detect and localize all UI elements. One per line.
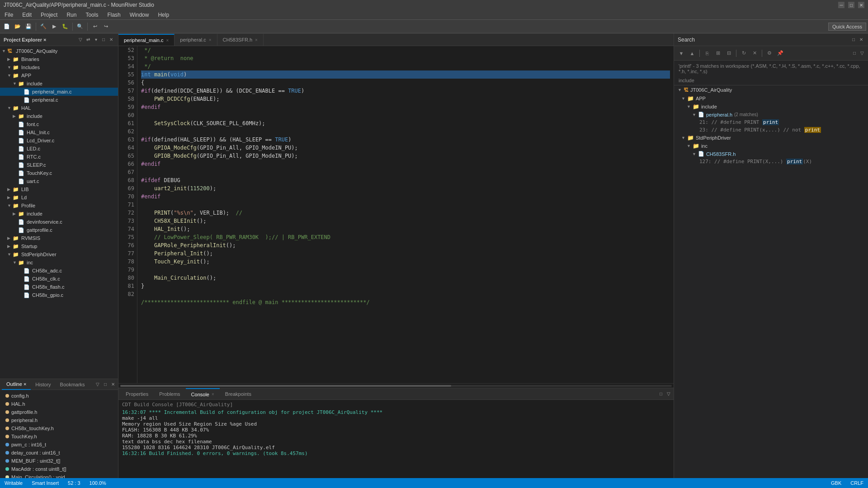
tree-ld[interactable]: ▶ 📁 Ld — [0, 193, 118, 202]
outline-pwm-c[interactable]: pwm_c : int16_t — [2, 441, 116, 449]
tree-app-include[interactable]: ▼ 📁 include — [0, 80, 118, 88]
tree-peripheral-main[interactable]: 📄 peripheral_main.c — [0, 88, 118, 96]
tab-properties[interactable]: Properties — [120, 388, 154, 400]
tree-stdperiph[interactable]: ▼ 📁 StdPeriphDriver — [0, 250, 118, 258]
quick-access-button[interactable]: Quick Access — [828, 23, 866, 31]
search-cancel-btn[interactable]: ✕ — [750, 49, 759, 58]
tree-profile[interactable]: ▼ 📁 Profile — [0, 202, 118, 210]
search-app-folder[interactable]: ▼ 📁 APP — [674, 94, 868, 103]
toolbar-build[interactable]: 🔨 — [38, 22, 48, 32]
tab-outline[interactable]: Outline × — [2, 379, 31, 390]
tree-hal[interactable]: ▼ 📁 HAL — [0, 104, 118, 112]
tree-startup[interactable]: ▶ 📁 Startup — [0, 242, 118, 250]
tree-root-project[interactable]: ▼ 🏗 JT006C_AirQuality — [0, 47, 118, 55]
outline-close-btn[interactable]: ✕ — [110, 381, 116, 388]
toolbar-new[interactable]: 📄 — [2, 22, 12, 32]
tree-ch58x-gpio[interactable]: 📄 CH58x_gpio.c — [0, 291, 118, 299]
tree-led[interactable]: 📄 LED.c — [0, 145, 118, 153]
toolbar-search[interactable]: 🔍 — [75, 22, 85, 32]
menu-flash[interactable]: Flash — [103, 10, 125, 19]
outline-gatt[interactable]: gattprofile.h — [2, 408, 116, 416]
search-inc-folder[interactable]: ▼ 📁 inc — [674, 142, 868, 150]
tab-ch583sfr[interactable]: CH583SFR.h × — [217, 34, 264, 46]
close-button[interactable]: ✕ — [858, 2, 864, 8]
tree-includes[interactable]: ▼ 📁 Includes — [0, 63, 118, 71]
tree-rtc[interactable]: 📄 RTC.c — [0, 153, 118, 161]
panel-close-btn[interactable]: ✕ — [108, 37, 114, 43]
tree-sleep[interactable]: 📄 SLEEP.c — [0, 161, 118, 169]
console-max-btn[interactable]: □ — [658, 391, 664, 397]
panel-link-btn[interactable]: ⇄ — [85, 37, 91, 43]
menu-file[interactable]: File — [0, 10, 18, 19]
tree-touchkey[interactable]: 📄 TouchKey.c — [0, 169, 118, 177]
outline-collapse-btn[interactable]: ▽ — [94, 381, 101, 388]
search-panel-close[interactable]: ✕ — [858, 37, 864, 43]
search-next-btn[interactable]: ▼ — [677, 49, 686, 58]
tab-problems[interactable]: Problems — [154, 388, 185, 400]
minimize-button[interactable]: ─ — [838, 2, 844, 8]
tree-font[interactable]: 📄 font.c — [0, 120, 118, 128]
tree-rvmsis[interactable]: ▶ 📁 RVMSIS — [0, 234, 118, 242]
tree-app[interactable]: ▼ 📁 APP — [0, 71, 118, 80]
tree-ch58x-adc[interactable]: 📄 CH58x_adc.c — [0, 267, 118, 275]
tree-inc[interactable]: ▼ 📁 inc — [0, 258, 118, 267]
search-stdperiph-folder[interactable]: ▼ 📁 StdPeriphDriver — [674, 134, 868, 142]
menu-help[interactable]: Help — [153, 10, 174, 19]
tree-hal-include[interactable]: ▶ 📁 include — [0, 112, 118, 120]
tree-devinfo[interactable]: 📄 devinfoservice.c — [0, 218, 118, 226]
outline-peripheral-h[interactable]: peripheral.h — [2, 416, 116, 424]
menu-edit[interactable]: Edit — [18, 10, 36, 19]
tab-console[interactable]: Console × — [186, 388, 220, 400]
menu-tools[interactable]: Tools — [81, 10, 103, 19]
panel-collapse-btn[interactable]: ▽ — [77, 37, 84, 43]
tree-lcd[interactable]: 📄 Lcd_Driver.c — [0, 136, 118, 145]
search-refresh-btn[interactable]: ↻ — [739, 49, 748, 58]
outline-max-btn[interactable]: □ — [102, 381, 108, 388]
tab-bookmarks[interactable]: Bookmarks — [56, 379, 90, 390]
tab-breakpoints[interactable]: Breakpoints — [220, 388, 257, 400]
panel-menu-btn[interactable]: ▾ — [93, 37, 99, 43]
toolbar-run[interactable]: ▶ — [49, 22, 59, 32]
outline-ch58x-touch[interactable]: CH58x_touchKey.h — [2, 424, 116, 432]
maximize-button[interactable]: □ — [848, 2, 854, 8]
menu-run[interactable]: Run — [62, 10, 81, 19]
search-pin-btn[interactable]: 📌 — [776, 49, 785, 58]
menu-project[interactable]: Project — [36, 10, 62, 19]
search-match-23[interactable]: 23: // #define PRINT(x,...) // not print — [674, 126, 868, 134]
search-prev-btn[interactable]: ▲ — [688, 49, 697, 58]
search-view-max[interactable]: □ — [851, 50, 858, 56]
tree-ch58x-flash[interactable]: 📄 CH58x_flash.c — [0, 283, 118, 291]
search-collapse-btn[interactable]: ⊟ — [724, 49, 733, 58]
outline-mac-addr[interactable]: MacAddr : const uint8_t[] — [2, 465, 116, 473]
search-include-folder[interactable]: ▼ 📁 include — [674, 103, 868, 111]
tab-peripheral-main[interactable]: peripheral_main.c × — [118, 34, 175, 46]
panel-max-btn[interactable]: □ — [100, 37, 107, 43]
search-expand-btn[interactable]: ⊞ — [713, 49, 722, 58]
search-copy-btn[interactable]: ⎘ — [703, 49, 712, 58]
search-view-min[interactable]: ▽ — [859, 50, 865, 56]
tree-lib[interactable]: ▶ 📁 LIB — [0, 185, 118, 193]
search-settings-btn[interactable]: ⚙ — [765, 49, 774, 58]
tree-uart[interactable]: 📄 uart.c — [0, 177, 118, 185]
search-ch583-file[interactable]: ▼ 📄 CH583SFR.h — [674, 150, 868, 158]
tree-peripheral[interactable]: 📄 peripheral.c — [0, 96, 118, 104]
tree-binaries[interactable]: ▶ 📁 Binaries — [0, 55, 118, 63]
console-close[interactable]: × — [212, 392, 214, 397]
search-match-127[interactable]: 127: // #define PRINT(X,...) print(X) — [674, 158, 868, 165]
outline-delay-count[interactable]: delay_count : uint16_t — [2, 449, 116, 457]
toolbar-open[interactable]: 📂 — [13, 22, 23, 32]
search-panel-max[interactable]: □ — [850, 37, 857, 43]
toolbar-undo[interactable]: ↩ — [90, 22, 100, 32]
toolbar-debug[interactable]: 🐛 — [60, 22, 70, 32]
search-peripheral-h-file[interactable]: ▼ 📄 peripheral.h (2 matches) — [674, 111, 868, 118]
outline-hal[interactable]: HAL.h — [2, 400, 116, 408]
tab-peripheral-c-close[interactable]: × — [209, 38, 212, 42]
menu-window[interactable]: Window — [125, 10, 154, 19]
tab-peripheral-main-close[interactable]: × — [166, 38, 169, 43]
tree-profile-include[interactable]: ▶ 📁 include — [0, 210, 118, 218]
search-match-21[interactable]: 21: // #define PRINT print — [674, 118, 868, 126]
tree-hal-init[interactable]: 📄 HAL_Init.c — [0, 128, 118, 136]
tree-gattprofile[interactable]: 📄 gattprofile.c — [0, 226, 118, 234]
toolbar-redo[interactable]: ↪ — [101, 22, 111, 32]
toolbar-save[interactable]: 💾 — [24, 22, 33, 32]
